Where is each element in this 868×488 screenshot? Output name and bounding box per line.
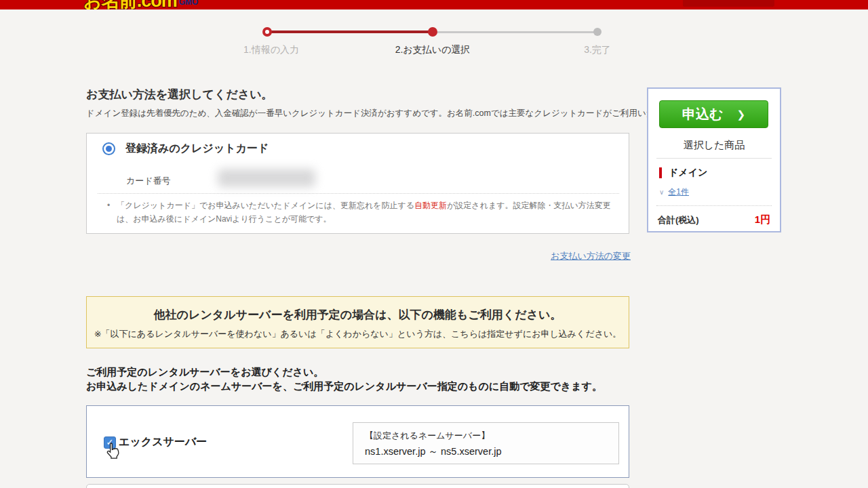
chevron-down-icon: ∨ [659,188,664,196]
rental-server-notice-box: 他社のレンタルサーバーを利用予定の場合は、以下の機能もご利用ください。 ※「以下… [86,296,629,348]
summary-category-row: ドメイン [659,167,707,179]
page-title: お支払い方法を選択してください。 [86,87,273,102]
stepper-line-todo [434,31,597,33]
header-button-fragment[interactable] [683,0,774,7]
logo-text: お名前.com [83,0,177,9]
next-server-option-box [86,484,629,488]
note-prefix: 「クレジットカード」でお申込みいただいたドメインには、更新忘れを防止する [117,201,414,210]
nameserver-title: 【設定されるネームサーバー】 [365,430,490,442]
total-label: 合計(税込) [658,214,699,226]
summary-title: 選択した商品 [648,139,780,152]
xserver-option-box: ✓ エックスサーバー 【設定されるネームサーバー】 ns1.xserver.jp… [86,405,629,478]
note-highlight: 自動更新 [414,201,447,210]
note-text: 「クレジットカード」でお申込みいただいたドメインには、更新忘れを防止する自動更新… [117,199,614,226]
rental-select-line2: お申込みしたドメインのネームサーバーを、ご利用予定のレンタルサーバー指定のものに… [86,380,602,393]
apply-button[interactable]: 申込む ❯ [659,100,768,128]
page: お名前.comGMO 1.情報の入力 2.お支払いの選択 3.完了 お支払い方法… [0,0,868,488]
change-payment-link[interactable]: お支払い方法の変更 [551,251,631,261]
divider [656,158,772,159]
step1-done-circle-icon [262,27,272,37]
change-link-row: お支払い方法の変更 [86,249,631,262]
nameserver-range: ns1.xserver.jp ～ ns5.xserver.jp [365,445,501,458]
stepper-line-done [269,30,433,33]
apply-button-label: 申込む [682,105,723,123]
mouse-cursor-icon [105,442,121,462]
step3-label: 3.完了 [570,44,625,56]
nameserver-info-box: 【設定されるネームサーバー】 ns1.xserver.jp ～ ns5.xser… [353,422,619,464]
order-summary-panel: 申込む ❯ 選択した商品 ドメイン ∨ 全1件 合計(税込) 1円 [647,87,781,232]
step3-upcoming-circle-icon [593,28,601,36]
category-label: ドメイン [669,167,707,179]
item-count-link[interactable]: 全1件 [668,186,689,198]
total-value: 1円 [755,214,770,226]
logo-gmo-text: GMO [179,0,199,7]
total-row: 合計(税込) 1円 [658,214,770,226]
notice-subtext: ※「以下にあるレンタルサーバーを使わない」あるいは「よくわからない」という方は、… [87,328,629,340]
category-marker [659,167,662,178]
onamae-logo[interactable]: お名前.comGMO [83,0,198,9]
step2-current-circle-icon [428,27,437,37]
top-header-bar: お名前.comGMO [0,0,868,9]
registered-card-label: 登録済みのクレジットカード [125,142,269,156]
xserver-label[interactable]: エックスサーバー [119,435,207,449]
step2-label: 2.お支払いの選択 [378,44,487,56]
summary-count-row: ∨ 全1件 [659,186,689,198]
step1-label: 1.情報の入力 [226,44,316,56]
card-number-label: カード番号 [126,175,171,187]
registered-card-option-box: 登録済みのクレジットカード カード番号 • 「クレジットカード」でお申込みいただ… [86,133,629,234]
rental-select-line1: ご利用予定のレンタルサーバーをお選びください。 [86,366,323,379]
chevron-right-icon: ❯ [736,108,745,121]
divider [656,205,772,206]
registered-card-radio[interactable] [102,142,115,155]
payment-description: ドメイン登録は先着優先のため、入金確認が一番早いクレジットカード決済がおすすめで… [86,108,698,119]
divider [98,193,619,194]
card-number-masked [218,169,315,187]
auto-renewal-note: • 「クレジットカード」でお申込みいただいたドメインには、更新忘れを防止する自動… [107,199,614,226]
bullet-icon: • [107,199,117,226]
notice-title: 他社のレンタルサーバーを利用予定の場合は、以下の機能もご利用ください。 [87,307,629,323]
